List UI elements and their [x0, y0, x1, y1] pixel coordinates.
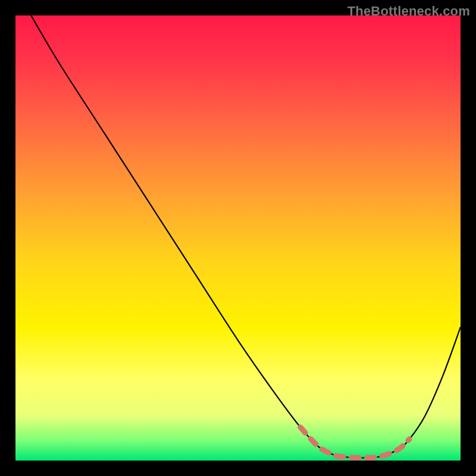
chart-svg — [15, 15, 461, 461]
plot-area — [15, 15, 461, 461]
chart-container: TheBottleneck.com — [0, 0, 476, 476]
chart-background — [15, 15, 461, 461]
